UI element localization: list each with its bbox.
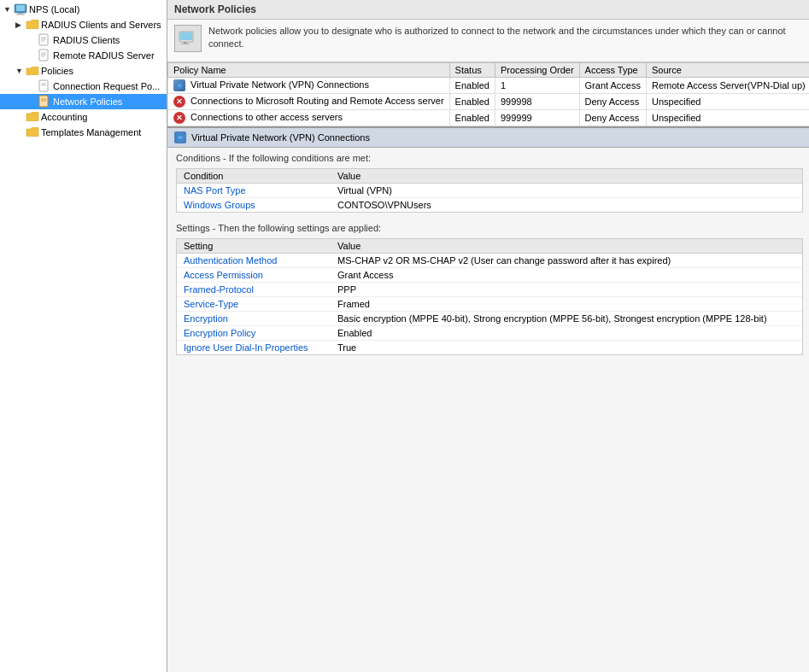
sidebar-item-templates-management[interactable]: Templates Management bbox=[0, 125, 167, 140]
sidebar-item-remote-radius[interactable]: Remote RADIUS Server bbox=[0, 48, 167, 63]
cell-policy-name: Virtual Private Network (VPN) Connection… bbox=[168, 78, 450, 94]
svg-rect-19 bbox=[180, 32, 192, 40]
cell-access-type: Deny Access bbox=[579, 110, 646, 126]
detail-header: Virtual Private Network (VPN) Connection… bbox=[167, 128, 809, 148]
cell-access-type: Grant Access bbox=[579, 78, 646, 94]
cell-source: Unspecified bbox=[646, 94, 809, 110]
settings-table-wrap: Setting Value Authentication Method MS-C… bbox=[176, 238, 803, 355]
setting-name: Framed-Protocol bbox=[177, 283, 331, 297]
expand-arrow: ▼ bbox=[15, 67, 26, 75]
main-header: Network Policies bbox=[167, 0, 809, 20]
svg-rect-1 bbox=[16, 5, 25, 11]
cell-status: Enabled bbox=[449, 78, 495, 94]
detail-header-icon bbox=[174, 131, 186, 143]
vpn-policy-icon bbox=[173, 79, 185, 91]
settings-col-value: Value bbox=[331, 239, 802, 254]
sidebar-item-connection-request[interactable]: Connection Request Po... bbox=[0, 79, 167, 94]
info-bar: Network policies allow you to designate … bbox=[167, 20, 809, 62]
doc-icon bbox=[38, 33, 51, 47]
cell-policy-name: ✕ Connections to Microsoft Routing and R… bbox=[168, 94, 450, 110]
policies-table-area: Policy Name Status Processing Order Acce… bbox=[167, 62, 809, 126]
setting-name: Authentication Method bbox=[177, 254, 331, 268]
error-policy-icon: ✕ bbox=[173, 96, 185, 108]
sidebar-item-label-nps: NPS (Local) bbox=[29, 4, 79, 15]
table-row[interactable]: ✕ Connections to Microsoft Routing and R… bbox=[168, 94, 810, 110]
setting-value: PPP bbox=[331, 283, 802, 297]
settings-col-setting: Setting bbox=[177, 239, 331, 254]
condition-value: Virtual (VPN) bbox=[331, 184, 802, 198]
doc-icon bbox=[38, 49, 51, 62]
sidebar-item-label-netpolicies: Network Policies bbox=[53, 96, 122, 107]
setting-row[interactable]: Framed-Protocol PPP bbox=[177, 283, 802, 297]
setting-row[interactable]: Encryption Basic encryption (MPPE 40-bit… bbox=[177, 312, 802, 326]
svg-rect-2 bbox=[18, 13, 23, 15]
folder-icon bbox=[26, 110, 39, 124]
detail-policy-name: Virtual Private Network (VPN) Connection… bbox=[191, 132, 370, 143]
sidebar-item-label-radius: RADIUS Clients and Servers bbox=[41, 20, 161, 30]
setting-value: Framed bbox=[331, 297, 802, 312]
setting-row[interactable]: Authentication Method MS-CHAP v2 OR MS-C… bbox=[177, 254, 802, 268]
setting-row[interactable]: Encryption Policy Enabled bbox=[177, 326, 802, 341]
setting-row[interactable]: Access Permission Grant Access bbox=[177, 268, 802, 283]
main-content: Network Policies Network policies allow … bbox=[167, 0, 809, 672]
setting-name: Service-Type bbox=[177, 297, 331, 312]
folder-icon bbox=[26, 126, 39, 139]
expand-arrow: ▼ bbox=[3, 5, 14, 14]
network-policies-panel: Network policies allow you to designate … bbox=[167, 20, 809, 672]
condition-name: Windows Groups bbox=[177, 198, 331, 213]
setting-value: Enabled bbox=[331, 326, 802, 341]
folder-open-icon bbox=[26, 64, 39, 78]
policies-table: Policy Name Status Processing Order Acce… bbox=[167, 62, 809, 126]
setting-name: Ignore User Dial-In Properties bbox=[177, 341, 331, 355]
cell-source: Unspecified bbox=[646, 110, 809, 126]
conditions-title: Conditions - If the following conditions… bbox=[176, 153, 803, 165]
sidebar-item-network-policies[interactable]: Network Policies bbox=[0, 94, 167, 109]
sidebar: ▼ NPS (Local) ▶ RADIUS Clients and Serve… bbox=[0, 0, 167, 672]
settings-table: Setting Value Authentication Method MS-C… bbox=[177, 239, 802, 354]
conditions-col-value: Value bbox=[331, 169, 802, 184]
col-status: Status bbox=[449, 63, 495, 78]
svg-rect-21 bbox=[181, 44, 190, 44]
svg-rect-3 bbox=[16, 15, 25, 15]
doc-icon bbox=[38, 79, 51, 93]
cell-access-type: Deny Access bbox=[579, 94, 646, 110]
table-row[interactable]: ✕ Connections to other access servers En… bbox=[168, 110, 810, 126]
svg-rect-4 bbox=[39, 34, 48, 45]
condition-row[interactable]: Windows Groups CONTOSO\VPNUsers bbox=[177, 198, 802, 213]
sidebar-item-label-remoteradius: Remote RADIUS Server bbox=[53, 50, 155, 61]
sidebar-item-radius-clients-servers[interactable]: ▶ RADIUS Clients and Servers bbox=[0, 17, 167, 32]
doc-icon bbox=[38, 95, 51, 108]
info-icon bbox=[174, 25, 202, 52]
setting-value: MS-CHAP v2 OR MS-CHAP v2 (User can chang… bbox=[331, 254, 802, 268]
setting-name: Encryption bbox=[177, 312, 331, 326]
sidebar-item-radius-clients[interactable]: RADIUS Clients bbox=[0, 32, 167, 48]
settings-section: Settings - Then the following settings a… bbox=[167, 218, 809, 360]
cell-status: Enabled bbox=[449, 110, 495, 126]
sidebar-item-nps-local[interactable]: ▼ NPS (Local) bbox=[0, 2, 167, 17]
folder-icon bbox=[26, 18, 39, 32]
expand-arrow: ▶ bbox=[15, 20, 26, 29]
computer-icon bbox=[14, 3, 27, 16]
sidebar-item-policies[interactable]: ▼ Policies bbox=[0, 63, 167, 79]
cell-processing-order: 999999 bbox=[495, 110, 579, 126]
svg-rect-20 bbox=[184, 42, 187, 44]
info-description: Network policies allow you to designate … bbox=[208, 25, 805, 51]
setting-row[interactable]: Service-Type Framed bbox=[177, 297, 802, 312]
detail-panel: Virtual Private Network (VPN) Connection… bbox=[167, 126, 809, 672]
col-source: Source bbox=[646, 63, 809, 78]
svg-rect-15 bbox=[39, 96, 48, 107]
conditions-table: Condition Value NAS Port Type Virtual (V… bbox=[177, 169, 802, 212]
setting-name: Access Permission bbox=[177, 268, 331, 283]
setting-row[interactable]: Ignore User Dial-In Properties True bbox=[177, 341, 802, 355]
sidebar-item-label-accounting: Accounting bbox=[41, 112, 87, 122]
settings-title: Settings - Then the following settings a… bbox=[176, 223, 803, 235]
condition-value: CONTOSO\VPNUsers bbox=[331, 198, 802, 213]
sidebar-item-accounting[interactable]: Accounting bbox=[0, 109, 167, 125]
table-row[interactable]: Virtual Private Network (VPN) Connection… bbox=[168, 78, 810, 94]
sidebar-item-label-templates: Templates Management bbox=[41, 127, 141, 137]
setting-value: Basic encryption (MPPE 40-bit), Strong e… bbox=[331, 312, 802, 326]
condition-row[interactable]: NAS Port Type Virtual (VPN) bbox=[177, 184, 802, 198]
cell-source: Remote Access Server(VPN-Dial up) bbox=[646, 78, 809, 94]
setting-name: Encryption Policy bbox=[177, 326, 331, 341]
sidebar-item-label-connrequest: Connection Request Po... bbox=[53, 81, 160, 91]
